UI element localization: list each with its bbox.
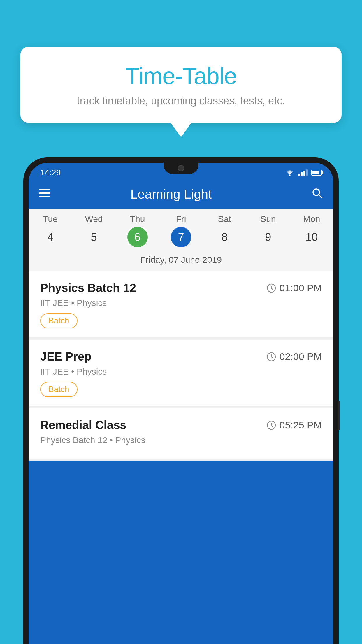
class-card-jee-prep[interactable]: JEE Prep 02:00 PM IIT JEE • Physics Batc… — [29, 340, 333, 406]
svg-line-5 — [319, 195, 322, 198]
svg-rect-1 — [39, 189, 50, 190]
status-icons — [285, 169, 322, 176]
hamburger-icon[interactable] — [39, 188, 50, 200]
calendar-strip: Tue Wed Thu Fri Sat Sun Mon 4 5 6 7 8 9 … — [29, 209, 333, 271]
signal-bars-icon — [298, 169, 308, 176]
date-10[interactable]: 10 — [301, 227, 322, 247]
battery-icon — [311, 170, 322, 176]
side-handle — [338, 401, 340, 430]
status-time: 14:29 — [40, 168, 61, 177]
batch-badge-2: Batch — [40, 382, 78, 397]
search-icon[interactable] — [311, 187, 323, 202]
selected-date-label: Friday, 07 June 2019 — [29, 252, 333, 271]
clock-icon-2 — [266, 352, 276, 362]
day-wed: Wed — [72, 214, 115, 224]
clock-icon-1 — [266, 283, 276, 293]
svg-point-4 — [313, 189, 319, 195]
class-name-1: Physics Batch 12 — [40, 281, 136, 295]
date-4[interactable]: 4 — [40, 227, 61, 247]
day-sun: Sun — [246, 214, 290, 224]
class-meta-1: IIT JEE • Physics — [40, 298, 322, 308]
phone-outer: 14:29 — [23, 158, 339, 644]
class-time-2: 02:00 PM — [266, 351, 322, 362]
class-meta-3: Physics Batch 12 • Physics — [40, 435, 322, 445]
day-numbers: 4 5 6 7 8 9 10 — [29, 227, 333, 252]
phone-inner: 14:29 — [29, 163, 333, 644]
speech-bubble: Time-Table track timetable, upcoming cla… — [20, 47, 342, 123]
svg-point-0 — [289, 175, 291, 176]
class-meta-2: IIT JEE • Physics — [40, 367, 322, 377]
card-header-3: Remedial Class 05:25 PM — [40, 419, 322, 432]
card-header-1: Physics Batch 12 01:00 PM — [40, 281, 322, 295]
class-time-3: 05:25 PM — [266, 419, 322, 431]
svg-rect-2 — [39, 192, 50, 194]
date-7-selected[interactable]: 7 — [171, 227, 191, 247]
day-tue: Tue — [29, 214, 72, 224]
class-card-physics-batch[interactable]: Physics Batch 12 01:00 PM IIT JEE • Phys… — [29, 271, 333, 337]
day-sat: Sat — [203, 214, 246, 224]
content-area: Physics Batch 12 01:00 PM IIT JEE • Phys… — [29, 271, 333, 461]
date-9[interactable]: 9 — [258, 227, 278, 247]
day-headers: Tue Wed Thu Fri Sat Sun Mon — [29, 214, 333, 224]
notch — [164, 163, 198, 174]
wifi-icon — [285, 169, 295, 176]
day-fri: Fri — [159, 214, 203, 224]
class-card-remedial[interactable]: Remedial Class 05:25 PM Physics Batch 12… — [29, 408, 333, 459]
date-6-today[interactable]: 6 — [127, 227, 148, 247]
bubble-title: Time-Table — [38, 63, 324, 90]
clock-icon-3 — [266, 420, 276, 430]
date-5[interactable]: 5 — [84, 227, 104, 247]
svg-rect-3 — [39, 196, 50, 197]
bubble-subtitle: track timetable, upcoming classes, tests… — [38, 95, 324, 107]
class-name-3: Remedial Class — [40, 419, 126, 432]
app-title: Learning Light — [59, 187, 283, 202]
date-8[interactable]: 8 — [214, 227, 235, 247]
batch-badge-1: Batch — [40, 313, 78, 328]
day-mon: Mon — [290, 214, 333, 224]
phone-frame: 14:29 — [23, 158, 339, 644]
class-name-2: JEE Prep — [40, 350, 92, 363]
card-header-2: JEE Prep 02:00 PM — [40, 350, 322, 363]
class-time-1: 01:00 PM — [266, 282, 322, 294]
camera — [178, 165, 184, 172]
day-thu: Thu — [116, 214, 159, 224]
speech-bubble-container: Time-Table track timetable, upcoming cla… — [20, 47, 342, 123]
app-bar: Learning Light — [29, 180, 333, 209]
